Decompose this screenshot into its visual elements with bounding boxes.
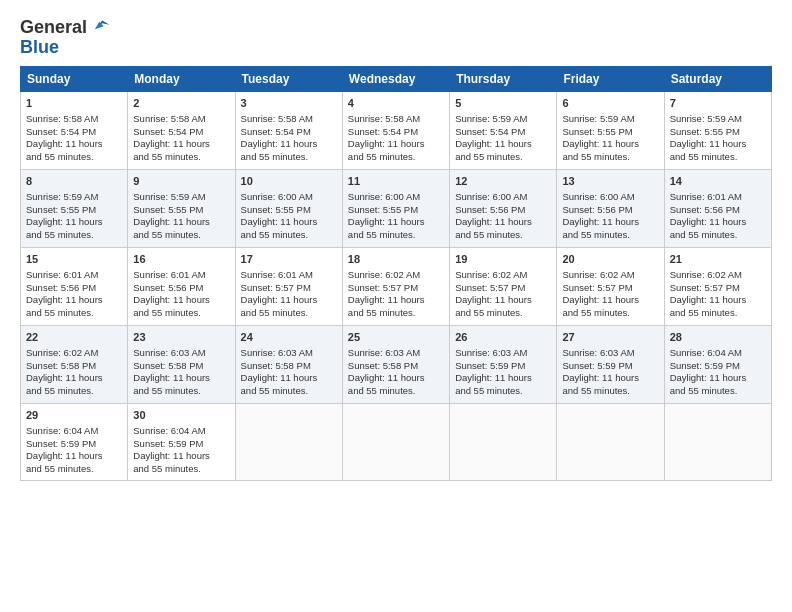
daylight-minutes: and 55 minutes. [133,463,201,474]
sunrise-label: Sunrise: 6:03 AM [455,347,527,358]
daylight-minutes: and 55 minutes. [562,229,630,240]
sunrise-label: Sunrise: 6:04 AM [26,425,98,436]
day-number: 16 [133,252,229,267]
sunset-label: Sunset: 5:55 PM [670,126,740,137]
daylight-label: Daylight: 11 hours [241,294,318,305]
day-number: 19 [455,252,551,267]
page: General Blue SundayMondayTuesdayWednesda… [0,0,792,612]
sunset-label: Sunset: 5:58 PM [348,360,418,371]
calendar-cell: 24Sunrise: 6:03 AMSunset: 5:58 PMDayligh… [235,326,342,404]
sunrise-label: Sunrise: 5:58 AM [348,113,420,124]
sunset-label: Sunset: 5:57 PM [348,282,418,293]
sunrise-label: Sunrise: 6:01 AM [133,269,205,280]
calendar-cell: 19Sunrise: 6:02 AMSunset: 5:57 PMDayligh… [450,248,557,326]
daylight-label: Daylight: 11 hours [562,138,639,149]
daylight-minutes: and 55 minutes. [26,385,94,396]
calendar-cell: 4Sunrise: 5:58 AMSunset: 5:54 PMDaylight… [342,92,449,170]
calendar-cell: 30Sunrise: 6:04 AMSunset: 5:59 PMDayligh… [128,404,235,481]
sunset-label: Sunset: 5:54 PM [133,126,203,137]
daylight-minutes: and 55 minutes. [26,229,94,240]
calendar-cell: 12Sunrise: 6:00 AMSunset: 5:56 PMDayligh… [450,170,557,248]
sunrise-label: Sunrise: 6:01 AM [670,191,742,202]
day-number: 30 [133,408,229,423]
calendar-cell: 17Sunrise: 6:01 AMSunset: 5:57 PMDayligh… [235,248,342,326]
daylight-label: Daylight: 11 hours [133,450,210,461]
calendar-table: SundayMondayTuesdayWednesdayThursdayFrid… [20,66,772,481]
calendar-cell [664,404,771,481]
daylight-label: Daylight: 11 hours [241,372,318,383]
day-number: 17 [241,252,337,267]
day-number: 18 [348,252,444,267]
daylight-label: Daylight: 11 hours [133,372,210,383]
daylight-label: Daylight: 11 hours [562,294,639,305]
sunrise-label: Sunrise: 6:02 AM [348,269,420,280]
calendar-cell: 13Sunrise: 6:00 AMSunset: 5:56 PMDayligh… [557,170,664,248]
sunset-label: Sunset: 5:57 PM [670,282,740,293]
logo-bird-icon [89,16,111,38]
daylight-minutes: and 55 minutes. [241,307,309,318]
day-number: 20 [562,252,658,267]
daylight-minutes: and 55 minutes. [348,229,416,240]
daylight-label: Daylight: 11 hours [455,138,532,149]
daylight-label: Daylight: 11 hours [133,294,210,305]
daylight-label: Daylight: 11 hours [26,450,103,461]
daylight-minutes: and 55 minutes. [562,385,630,396]
sunset-label: Sunset: 5:55 PM [133,204,203,215]
sunset-label: Sunset: 5:58 PM [133,360,203,371]
daylight-label: Daylight: 11 hours [562,372,639,383]
sunrise-label: Sunrise: 6:03 AM [562,347,634,358]
calendar-cell: 8Sunrise: 5:59 AMSunset: 5:55 PMDaylight… [21,170,128,248]
calendar-cell: 26Sunrise: 6:03 AMSunset: 5:59 PMDayligh… [450,326,557,404]
sunrise-label: Sunrise: 6:00 AM [241,191,313,202]
day-number: 10 [241,174,337,189]
calendar-cell: 25Sunrise: 6:03 AMSunset: 5:58 PMDayligh… [342,326,449,404]
daylight-minutes: and 55 minutes. [455,151,523,162]
sunrise-label: Sunrise: 6:03 AM [241,347,313,358]
day-number: 25 [348,330,444,345]
sunrise-label: Sunrise: 6:00 AM [562,191,634,202]
daylight-label: Daylight: 11 hours [455,372,532,383]
daylight-label: Daylight: 11 hours [348,372,425,383]
sunset-label: Sunset: 5:54 PM [26,126,96,137]
calendar-cell: 22Sunrise: 6:02 AMSunset: 5:58 PMDayligh… [21,326,128,404]
sunrise-label: Sunrise: 5:59 AM [133,191,205,202]
day-number: 4 [348,96,444,111]
daylight-minutes: and 55 minutes. [348,307,416,318]
weekday-header-saturday: Saturday [664,67,771,92]
sunset-label: Sunset: 5:55 PM [26,204,96,215]
sunrise-label: Sunrise: 5:58 AM [241,113,313,124]
sunset-label: Sunset: 5:56 PM [26,282,96,293]
daylight-minutes: and 55 minutes. [26,151,94,162]
daylight-label: Daylight: 11 hours [241,216,318,227]
daylight-label: Daylight: 11 hours [455,216,532,227]
daylight-label: Daylight: 11 hours [26,372,103,383]
calendar-cell: 9Sunrise: 5:59 AMSunset: 5:55 PMDaylight… [128,170,235,248]
calendar-cell: 14Sunrise: 6:01 AMSunset: 5:56 PMDayligh… [664,170,771,248]
daylight-label: Daylight: 11 hours [670,216,747,227]
day-number: 15 [26,252,122,267]
calendar-cell: 16Sunrise: 6:01 AMSunset: 5:56 PMDayligh… [128,248,235,326]
daylight-minutes: and 55 minutes. [241,151,309,162]
sunrise-label: Sunrise: 6:04 AM [670,347,742,358]
sunrise-label: Sunrise: 5:58 AM [133,113,205,124]
sunset-label: Sunset: 5:59 PM [562,360,632,371]
daylight-minutes: and 55 minutes. [562,307,630,318]
daylight-minutes: and 55 minutes. [670,385,738,396]
daylight-minutes: and 55 minutes. [455,307,523,318]
calendar-cell: 28Sunrise: 6:04 AMSunset: 5:59 PMDayligh… [664,326,771,404]
sunset-label: Sunset: 5:55 PM [562,126,632,137]
day-number: 14 [670,174,766,189]
sunrise-label: Sunrise: 6:02 AM [455,269,527,280]
daylight-label: Daylight: 11 hours [26,138,103,149]
sunset-label: Sunset: 5:59 PM [670,360,740,371]
weekday-header-sunday: Sunday [21,67,128,92]
daylight-label: Daylight: 11 hours [348,294,425,305]
sunrise-label: Sunrise: 6:00 AM [348,191,420,202]
daylight-label: Daylight: 11 hours [562,216,639,227]
calendar-cell: 18Sunrise: 6:02 AMSunset: 5:57 PMDayligh… [342,248,449,326]
calendar-cell: 20Sunrise: 6:02 AMSunset: 5:57 PMDayligh… [557,248,664,326]
calendar-cell: 21Sunrise: 6:02 AMSunset: 5:57 PMDayligh… [664,248,771,326]
daylight-label: Daylight: 11 hours [670,294,747,305]
weekday-header-wednesday: Wednesday [342,67,449,92]
calendar-cell: 11Sunrise: 6:00 AMSunset: 5:55 PMDayligh… [342,170,449,248]
